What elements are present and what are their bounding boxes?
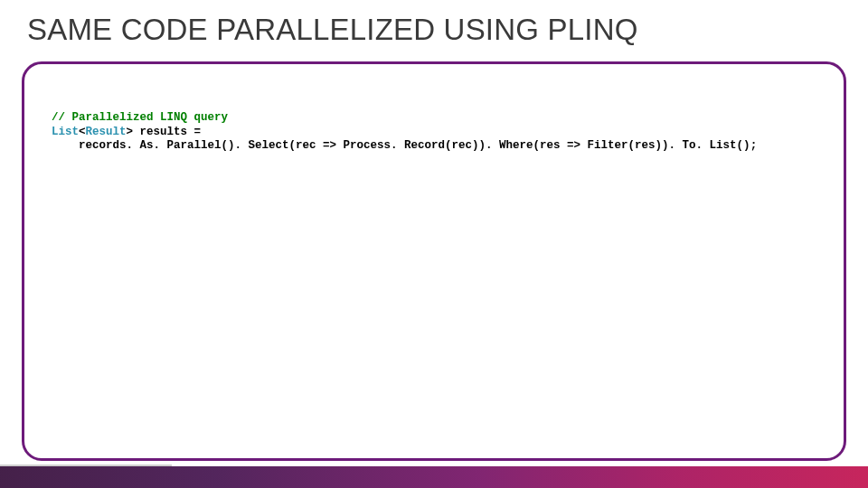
code-angle-open: <: [79, 126, 86, 138]
code-type-list: List: [52, 126, 79, 138]
decorative-footer-bar: [0, 466, 868, 488]
code-line2-rest: results =: [133, 126, 201, 138]
code-panel: // Parallelized LINQ query List<Result> …: [22, 61, 846, 461]
code-comment: // Parallelized LINQ query: [52, 111, 228, 124]
slide-title: SAME CODE PARALLELIZED USING PLINQ: [27, 13, 638, 47]
code-line3: records. As. Parallel(). Select(rec => P…: [52, 139, 757, 152]
code-type-result: Result: [86, 126, 127, 138]
slide: SAME CODE PARALLELIZED USING PLINQ // Pa…: [0, 0, 868, 488]
code-angle-close: >: [127, 126, 134, 138]
code-block: // Parallelized LINQ query List<Result> …: [52, 111, 816, 154]
